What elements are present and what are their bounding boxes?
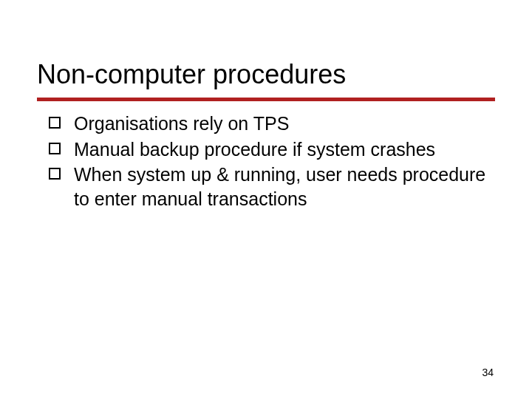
bullet-list: Organisations rely on TPS Manual backup … xyxy=(37,112,495,211)
title-underline xyxy=(37,98,495,101)
page-number: 34 xyxy=(482,366,494,378)
bullet-text: Manual backup procedure if system crashe… xyxy=(74,139,435,160)
bullet-text: When system up & running, user needs pro… xyxy=(74,164,485,209)
list-item: Manual backup procedure if system crashe… xyxy=(49,137,495,162)
checkbox-icon xyxy=(49,117,61,129)
slide-title: Non-computer procedures xyxy=(37,59,495,95)
checkbox-icon xyxy=(49,168,61,180)
bullet-text: Organisations rely on TPS xyxy=(74,113,289,134)
list-item: When system up & running, user needs pro… xyxy=(49,163,495,211)
slide-container: Non-computer procedures Organisations re… xyxy=(0,0,532,399)
list-item: Organisations rely on TPS xyxy=(49,112,495,136)
checkbox-icon xyxy=(49,143,61,154)
